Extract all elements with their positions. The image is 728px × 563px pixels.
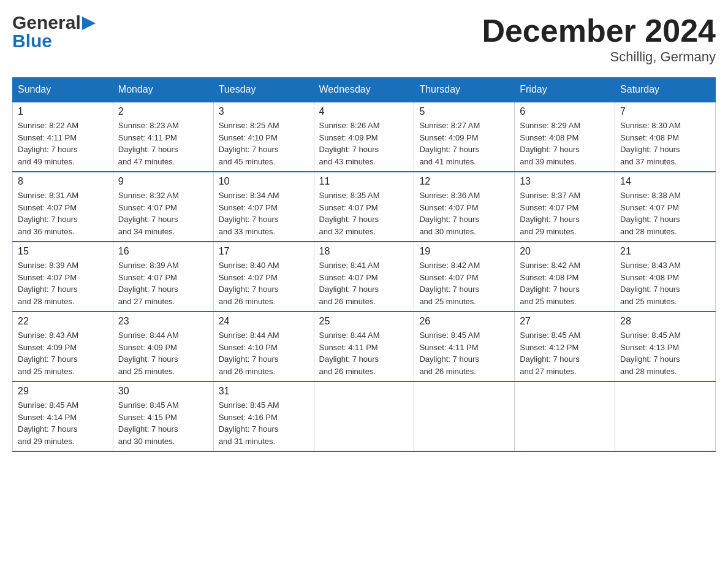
day-number: 11 [319,176,409,187]
calendar-week-4: 22 Sunrise: 8:43 AMSunset: 4:09 PMDaylig… [13,312,716,381]
table-row: 6 Sunrise: 8:29 AMSunset: 4:08 PMDayligh… [515,102,615,172]
col-saturday: Saturday [615,78,716,102]
day-number: 18 [319,246,409,257]
day-sunrise: Sunrise: 8:26 AMSunset: 4:09 PMDaylight:… [319,121,380,166]
table-row [615,381,716,451]
table-row: 2 Sunrise: 8:23 AMSunset: 4:11 PMDayligh… [113,102,213,172]
day-sunrise: Sunrise: 8:45 AMSunset: 4:16 PMDaylight:… [219,400,279,446]
day-sunrise: Sunrise: 8:32 AMSunset: 4:07 PMDaylight:… [118,191,179,236]
table-row: 27 Sunrise: 8:45 AMSunset: 4:12 PMDaylig… [515,312,615,381]
table-row: 7 Sunrise: 8:30 AMSunset: 4:08 PMDayligh… [615,102,716,172]
day-number: 13 [520,176,610,187]
day-number: 23 [118,316,208,327]
day-number: 4 [319,106,409,117]
table-row: 22 Sunrise: 8:43 AMSunset: 4:09 PMDaylig… [13,312,113,381]
calendar-table: Sunday Monday Tuesday Wednesday Thursday… [12,77,716,452]
table-row: 29 Sunrise: 8:45 AMSunset: 4:14 PMDaylig… [13,381,113,451]
day-sunrise: Sunrise: 8:37 AMSunset: 4:07 PMDaylight:… [520,191,580,236]
page-header: General Blue December 2024 Schillig, Ger… [12,12,716,65]
table-row: 5 Sunrise: 8:27 AMSunset: 4:09 PMDayligh… [414,102,515,172]
day-number: 3 [219,106,309,117]
logo-general-text: General [12,12,81,33]
calendar-week-2: 8 Sunrise: 8:31 AMSunset: 4:07 PMDayligh… [13,172,716,242]
table-row [314,381,414,451]
day-sunrise: Sunrise: 8:42 AMSunset: 4:07 PMDaylight:… [419,261,480,306]
col-sunday: Sunday [13,78,113,102]
day-number: 22 [18,316,108,327]
day-sunrise: Sunrise: 8:45 AMSunset: 4:12 PMDaylight:… [520,331,580,376]
col-monday: Monday [113,78,213,102]
day-number: 21 [620,246,710,257]
day-sunrise: Sunrise: 8:29 AMSunset: 4:08 PMDaylight:… [520,121,580,166]
day-sunrise: Sunrise: 8:25 AMSunset: 4:10 PMDaylight:… [219,121,279,166]
day-sunrise: Sunrise: 8:36 AMSunset: 4:07 PMDaylight:… [419,191,480,236]
col-wednesday: Wednesday [314,78,414,102]
calendar-header-row: Sunday Monday Tuesday Wednesday Thursday… [13,78,716,102]
table-row: 12 Sunrise: 8:36 AMSunset: 4:07 PMDaylig… [414,172,515,242]
logo: General Blue [12,12,96,52]
table-row [515,381,615,451]
calendar-week-5: 29 Sunrise: 8:45 AMSunset: 4:14 PMDaylig… [13,381,716,451]
day-number: 29 [18,386,108,397]
day-sunrise: Sunrise: 8:22 AMSunset: 4:11 PMDaylight:… [18,121,78,166]
table-row: 10 Sunrise: 8:34 AMSunset: 4:07 PMDaylig… [213,172,314,242]
day-sunrise: Sunrise: 8:45 AMSunset: 4:14 PMDaylight:… [18,400,78,446]
day-sunrise: Sunrise: 8:38 AMSunset: 4:07 PMDaylight:… [620,191,681,236]
table-row: 30 Sunrise: 8:45 AMSunset: 4:15 PMDaylig… [113,381,213,451]
day-number: 8 [18,176,108,187]
day-sunrise: Sunrise: 8:34 AMSunset: 4:07 PMDaylight:… [219,191,279,236]
table-row: 9 Sunrise: 8:32 AMSunset: 4:07 PMDayligh… [113,172,213,242]
table-row: 15 Sunrise: 8:39 AMSunset: 4:07 PMDaylig… [13,242,113,312]
day-sunrise: Sunrise: 8:39 AMSunset: 4:07 PMDaylight:… [118,261,179,306]
day-number: 27 [520,316,610,327]
day-number: 10 [219,176,309,187]
day-number: 2 [118,106,208,117]
table-row: 19 Sunrise: 8:42 AMSunset: 4:07 PMDaylig… [414,242,515,312]
day-number: 17 [219,246,309,257]
table-row: 11 Sunrise: 8:35 AMSunset: 4:07 PMDaylig… [314,172,414,242]
title-block: December 2024 Schillig, Germany [482,12,716,65]
day-sunrise: Sunrise: 8:30 AMSunset: 4:08 PMDaylight:… [620,121,681,166]
day-sunrise: Sunrise: 8:41 AMSunset: 4:07 PMDaylight:… [319,261,380,306]
day-sunrise: Sunrise: 8:45 AMSunset: 4:15 PMDaylight:… [118,400,179,446]
day-sunrise: Sunrise: 8:35 AMSunset: 4:07 PMDaylight:… [319,191,380,236]
day-sunrise: Sunrise: 8:45 AMSunset: 4:11 PMDaylight:… [419,331,480,376]
day-number: 6 [520,106,610,117]
table-row: 4 Sunrise: 8:26 AMSunset: 4:09 PMDayligh… [314,102,414,172]
col-tuesday: Tuesday [213,78,314,102]
day-number: 7 [620,106,710,117]
day-sunrise: Sunrise: 8:45 AMSunset: 4:13 PMDaylight:… [620,331,681,376]
day-number: 31 [219,386,309,397]
day-number: 25 [319,316,409,327]
table-row: 24 Sunrise: 8:44 AMSunset: 4:10 PMDaylig… [213,312,314,381]
day-number: 20 [520,246,610,257]
day-sunrise: Sunrise: 8:44 AMSunset: 4:11 PMDaylight:… [319,331,380,376]
day-number: 28 [620,316,710,327]
day-number: 15 [18,246,108,257]
day-sunrise: Sunrise: 8:27 AMSunset: 4:09 PMDaylight:… [419,121,480,166]
col-friday: Friday [515,78,615,102]
day-number: 16 [118,246,208,257]
day-sunrise: Sunrise: 8:44 AMSunset: 4:09 PMDaylight:… [118,331,179,376]
table-row: 14 Sunrise: 8:38 AMSunset: 4:07 PMDaylig… [615,172,716,242]
day-number: 1 [18,106,108,117]
day-sunrise: Sunrise: 8:40 AMSunset: 4:07 PMDaylight:… [219,261,279,306]
location-subtitle: Schillig, Germany [482,49,716,65]
day-sunrise: Sunrise: 8:44 AMSunset: 4:10 PMDaylight:… [219,331,279,376]
day-sunrise: Sunrise: 8:23 AMSunset: 4:11 PMDaylight:… [118,121,179,166]
day-number: 30 [118,386,208,397]
svg-marker-0 [82,17,96,30]
month-year-title: December 2024 [482,12,716,49]
table-row: 28 Sunrise: 8:45 AMSunset: 4:13 PMDaylig… [615,312,716,381]
table-row [414,381,515,451]
table-row: 13 Sunrise: 8:37 AMSunset: 4:07 PMDaylig… [515,172,615,242]
day-number: 14 [620,176,710,187]
day-sunrise: Sunrise: 8:42 AMSunset: 4:08 PMDaylight:… [520,261,580,306]
day-number: 24 [219,316,309,327]
day-number: 19 [419,246,509,257]
day-sunrise: Sunrise: 8:39 AMSunset: 4:07 PMDaylight:… [18,261,78,306]
day-number: 12 [419,176,509,187]
logo-arrow-icon [82,17,96,30]
logo-blue-text: Blue [12,31,52,52]
table-row: 8 Sunrise: 8:31 AMSunset: 4:07 PMDayligh… [13,172,113,242]
